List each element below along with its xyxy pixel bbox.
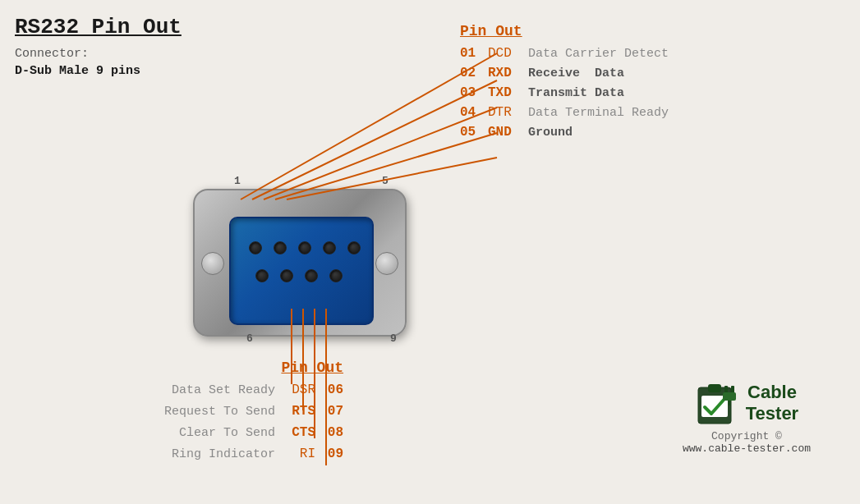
screw-left	[201, 252, 224, 275]
bottom-pin-num-07: 07	[319, 404, 343, 419]
svg-line-0	[241, 53, 497, 199]
top-pin-desc-01: Data Carrier Detect	[528, 47, 669, 61]
pin-out-bottom-title: Pin Out	[164, 360, 343, 376]
logo-copyright: Copyright ©	[683, 430, 811, 442]
pin-hole-7	[280, 269, 293, 282]
top-pin-num-03: 03	[460, 85, 485, 100]
bottom-pin-row-08: Clear To Send CTS 08	[164, 425, 343, 440]
pin-hole-3	[298, 241, 311, 254]
diagram: RS232 Pin Out Connector: D-Sub Male 9 pi…	[0, 0, 860, 504]
logo-icon: Cable Tester	[683, 381, 811, 425]
bottom-pin-num-09: 09	[319, 447, 343, 461]
top-pin-desc-04: Data Terminal Ready	[528, 106, 669, 120]
main-title: RS232 Pin Out	[15, 15, 182, 40]
connector-pin-label-6: 6	[246, 332, 253, 345]
pin-out-top-section: Pin Out 01 DCD Data Carrier Detect 02 RX…	[460, 23, 669, 144]
top-pin-abbr-03: TXD	[488, 85, 525, 100]
screw-right	[375, 252, 398, 275]
top-pin-num-02: 02	[460, 66, 485, 80]
top-pin-abbr-04: DTR	[488, 105, 525, 120]
pin-hole-6	[255, 269, 269, 282]
cable-tester-logo-icon	[695, 381, 739, 425]
connector-type: D-Sub Male 9 pins	[15, 62, 182, 80]
connector-label: Connector:	[15, 45, 182, 62]
svg-rect-10	[708, 384, 721, 392]
bottom-pin-row-07: Request To Send RTS 07	[164, 404, 343, 419]
bottom-pin-row-09: Ring Indicator RI 09	[164, 447, 343, 461]
pin-hole-9	[329, 269, 343, 282]
pins-top-row	[249, 241, 361, 254]
bottom-pin-abbr-09: RI	[278, 447, 315, 461]
top-pin-abbr-05: GND	[488, 125, 525, 140]
housing-inner	[229, 217, 374, 325]
title-area: RS232 Pin Out Connector: D-Sub Male 9 pi…	[15, 15, 182, 80]
top-pin-row-03: 03 TXD Transmit Data	[460, 85, 669, 100]
pin-hole-1	[249, 241, 262, 254]
bottom-pin-abbr-06: DSR	[278, 383, 315, 397]
connector-pin-label-5: 5	[382, 175, 389, 187]
pin-hole-2	[274, 241, 287, 254]
top-pin-desc-05: Ground	[528, 126, 573, 140]
svg-rect-14	[723, 392, 736, 401]
bottom-pin-desc-06: Data Set Ready	[172, 383, 275, 397]
logo-text: Cable Tester	[746, 382, 798, 425]
logo-url: www.cable-tester.com	[683, 442, 811, 455]
top-pin-abbr-01: DCD	[488, 46, 525, 61]
top-pin-desc-03: Transmit Data	[528, 86, 624, 100]
top-pin-row-04: 04 DTR Data Terminal Ready	[460, 105, 669, 120]
top-pin-num-05: 05	[460, 125, 485, 140]
logo-text-line1: Cable	[746, 382, 798, 403]
top-pin-row-01: 01 DCD Data Carrier Detect	[460, 46, 669, 61]
connector-body	[193, 181, 407, 345]
top-pin-abbr-02: RXD	[488, 66, 525, 80]
bottom-pin-num-06: 06	[319, 383, 343, 397]
pin-hole-4	[323, 241, 336, 254]
top-pin-row-02: 02 RXD Receive Data	[460, 66, 669, 80]
pin-hole-5	[347, 241, 361, 254]
connector-pin-label-1: 1	[234, 175, 241, 187]
top-pin-row-05: 05 GND Ground	[460, 125, 669, 140]
logo-area: Cable Tester Copyright © www.cable-teste…	[683, 381, 811, 455]
bottom-pin-desc-09: Ring Indicator	[172, 447, 275, 461]
bottom-pin-desc-08: Clear To Send	[179, 426, 275, 440]
connector-pin-label-9: 9	[390, 332, 397, 345]
bottom-pin-abbr-07: RTS	[278, 404, 315, 419]
bottom-pin-row-06: Data Set Ready DSR 06	[164, 383, 343, 397]
pin-hole-8	[305, 269, 318, 282]
pin-out-bottom-section: Pin Out Data Set Ready DSR 06 Request To…	[164, 360, 343, 468]
bottom-pin-desc-07: Request To Send	[164, 405, 275, 419]
top-pin-desc-02: Receive Data	[528, 66, 624, 80]
bottom-pin-abbr-08: CTS	[278, 425, 315, 440]
logo-text-line2: Tester	[746, 403, 798, 424]
pin-out-top-title: Pin Out	[460, 23, 669, 39]
top-pin-num-04: 04	[460, 105, 485, 120]
housing-outer	[193, 189, 407, 337]
top-pin-num-01: 01	[460, 46, 485, 61]
pins-bottom-row	[255, 269, 343, 282]
bottom-pin-num-08: 08	[319, 425, 343, 440]
